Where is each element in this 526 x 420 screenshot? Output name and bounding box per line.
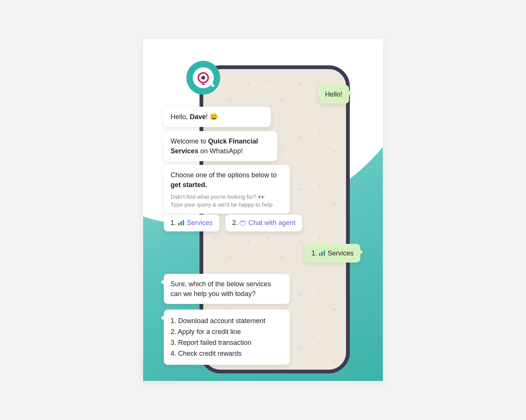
bot-avatar	[186, 61, 220, 95]
user-message: Hello!	[318, 85, 349, 104]
message-text: Hello, Dave! 😀	[171, 113, 218, 121]
bot-message: Welcome to Quick Financial Services on W…	[164, 131, 277, 161]
bot-message: Sure, which of the below services can we…	[164, 274, 290, 304]
service-option[interactable]: 3. Report failed transaction	[171, 338, 283, 347]
service-option[interactable]: 2. Apply for a credit line	[171, 327, 283, 337]
quick-reply-label: Services	[187, 219, 213, 227]
message-text: 1. Services	[311, 249, 354, 257]
bar-chart-icon	[319, 251, 325, 256]
speech-bubble-icon	[240, 221, 246, 226]
avatar-eye-icon	[198, 72, 209, 83]
user-message: 1. Services	[305, 244, 360, 263]
chat-overlay: Hello! Hello, Dave! 😀 Welcome to Quick F…	[143, 39, 383, 381]
message-text: Welcome to Quick Financial Services on W…	[171, 137, 258, 155]
bot-message: Choose one of the options below to get s…	[164, 165, 290, 214]
message-text: Hello!	[325, 91, 342, 98]
message-text: Sure, which of the below services can we…	[171, 280, 271, 298]
bar-chart-icon	[178, 220, 184, 225]
quick-reply-chat-agent[interactable]: 2. Chat with agent	[225, 215, 302, 231]
message-subtext: Didn't find what you're looking for? 👀 T…	[171, 193, 283, 208]
avatar-speech-bubble-icon	[193, 67, 214, 88]
quick-reply-row: 1. Services 2. Chat with agent	[164, 215, 302, 231]
service-option[interactable]: 1. Download account statement	[171, 316, 283, 326]
bot-message: Hello, Dave! 😀	[164, 107, 271, 127]
service-option[interactable]: 4. Check credit rewards	[171, 349, 283, 358]
quick-reply-services[interactable]: 1. Services	[164, 215, 219, 231]
quick-reply-label: Chat with agent	[248, 219, 295, 227]
mockup-card: Hello! Hello, Dave! 😀 Welcome to Quick F…	[143, 39, 383, 381]
bot-message-services: 1. Download account statement 2. Apply f…	[164, 310, 290, 365]
message-text: Choose one of the options below to get s…	[171, 170, 283, 190]
